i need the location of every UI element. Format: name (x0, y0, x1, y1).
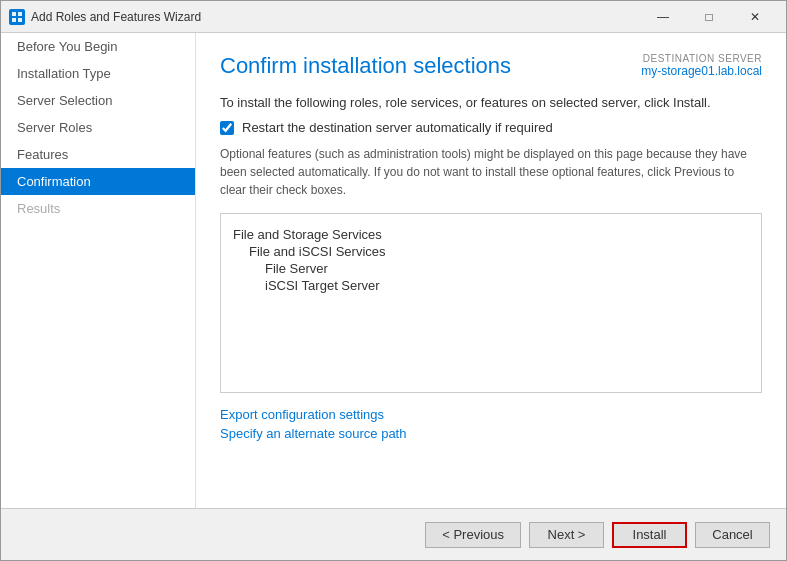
svg-rect-2 (12, 18, 16, 22)
alternate-source-link[interactable]: Specify an alternate source path (220, 426, 406, 441)
destination-server-name: my-storage01.lab.local (641, 64, 762, 78)
sidebar-nav: Before You BeginInstallation TypeServer … (1, 33, 195, 222)
maximize-button[interactable]: □ (686, 1, 732, 33)
next-button[interactable]: Next > (529, 522, 604, 548)
feature-item: File Server (233, 260, 749, 277)
main-body: To install the following roles, role ser… (220, 95, 762, 508)
main-content: Confirm installation selections DESTINAT… (196, 33, 786, 508)
restart-checkbox-label[interactable]: Restart the destination server automatic… (242, 120, 553, 135)
wizard-window: Add Roles and Features Wizard — □ ✕ Befo… (0, 0, 787, 561)
svg-rect-1 (18, 12, 22, 16)
sidebar-item-before-you-begin[interactable]: Before You Begin (1, 33, 195, 60)
titlebar: Add Roles and Features Wizard — □ ✕ (1, 1, 786, 33)
sidebar-item-installation-type[interactable]: Installation Type (1, 60, 195, 87)
instruction-text: To install the following roles, role ser… (220, 95, 762, 110)
sidebar-item-confirmation[interactable]: Confirmation (1, 168, 195, 195)
destination-server-info: DESTINATION SERVER my-storage01.lab.loca… (641, 53, 762, 78)
feature-item: File and Storage Services (233, 226, 749, 243)
titlebar-left: Add Roles and Features Wizard (9, 9, 201, 25)
optional-note: Optional features (such as administratio… (220, 145, 762, 199)
source-link-row: Specify an alternate source path (220, 426, 762, 441)
export-config-link[interactable]: Export configuration settings (220, 407, 384, 422)
features-list: File and Storage ServicesFile and iSCSI … (233, 226, 749, 294)
minimize-button[interactable]: — (640, 1, 686, 33)
svg-rect-0 (12, 12, 16, 16)
sidebar-item-features[interactable]: Features (1, 141, 195, 168)
feature-item: File and iSCSI Services (233, 243, 749, 260)
content-area: Before You BeginInstallation TypeServer … (1, 33, 786, 508)
features-box: File and Storage ServicesFile and iSCSI … (220, 213, 762, 393)
page-title: Confirm installation selections (220, 53, 511, 79)
sidebar-item-server-roles[interactable]: Server Roles (1, 114, 195, 141)
sidebar-item-server-selection[interactable]: Server Selection (1, 87, 195, 114)
window-title: Add Roles and Features Wizard (31, 10, 201, 24)
close-button[interactable]: ✕ (732, 1, 778, 33)
footer: < Previous Next > Install Cancel (1, 508, 786, 560)
restart-checkbox[interactable] (220, 121, 234, 135)
sidebar: Before You BeginInstallation TypeServer … (1, 33, 196, 508)
app-icon (9, 9, 25, 25)
previous-button[interactable]: < Previous (425, 522, 521, 548)
main-header: Confirm installation selections DESTINAT… (220, 53, 762, 79)
install-button[interactable]: Install (612, 522, 687, 548)
feature-item: iSCSI Target Server (233, 277, 749, 294)
svg-rect-3 (18, 18, 22, 22)
restart-checkbox-row: Restart the destination server automatic… (220, 120, 762, 135)
sidebar-item-results: Results (1, 195, 195, 222)
cancel-button[interactable]: Cancel (695, 522, 770, 548)
destination-server-label: DESTINATION SERVER (641, 53, 762, 64)
window-controls: — □ ✕ (640, 1, 778, 33)
export-link-row: Export configuration settings (220, 407, 762, 422)
